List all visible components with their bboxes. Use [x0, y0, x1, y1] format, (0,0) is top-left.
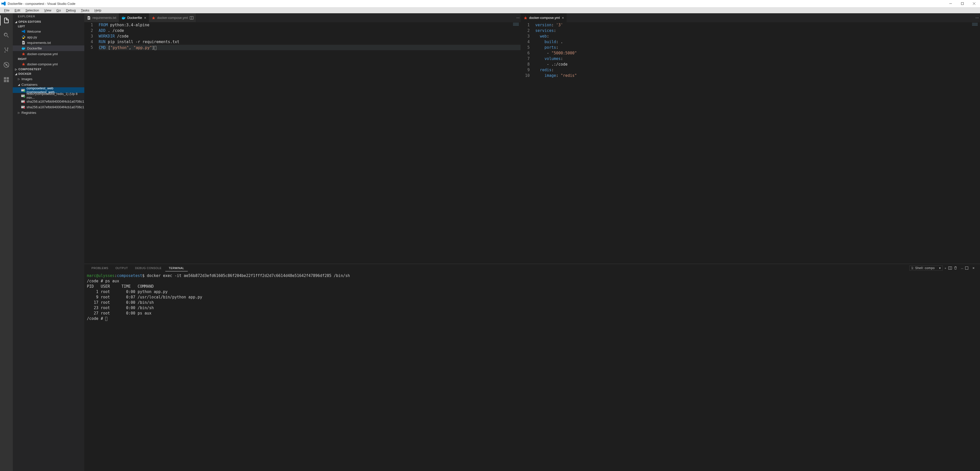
editor-tab[interactable]: docker-compose.yml [149, 13, 196, 22]
terminal-selector-label: 1: Shell: compo [911, 266, 935, 270]
editor-more-icon[interactable]: ⋯ [516, 16, 520, 20]
editor-more-icon[interactable]: ⋯ [975, 16, 979, 20]
docker-container-label: sha256:a187efbb940004f4cb1a0706c1... [27, 100, 87, 103]
open-editor-label: docker-compose.yml [27, 52, 58, 56]
terminal-output[interactable]: marc@ulysses:composetest$ docker exec -i… [84, 272, 980, 471]
vscode-icon [21, 29, 25, 33]
container-icon [21, 88, 25, 92]
editor-tabs-right: docker-compose.yml× ⋯ [521, 13, 980, 22]
docker-container-item[interactable]: sha256:a187efbb940004f4cb1a0706c1... [13, 104, 84, 110]
bottom-panel: PROBLEMSOUTPUTDEBUG CONSOLETERMINAL 1: S… [84, 264, 980, 471]
txt-icon [21, 41, 25, 45]
svg-point-12 [24, 96, 25, 98]
activity-debug[interactable] [0, 60, 13, 70]
section-docker[interactable]: ◢ DOCKER [13, 71, 84, 76]
open-editor-item[interactable]: Dockerfile [13, 46, 84, 51]
terminal-kill-button[interactable] [954, 266, 959, 270]
editor-tab[interactable]: requirements.txt [84, 13, 119, 22]
activity-extensions[interactable] [0, 75, 13, 85]
container-icon [21, 99, 25, 103]
container-icon [21, 105, 25, 109]
docker-icon [122, 16, 126, 20]
svg-point-15 [24, 101, 25, 103]
open-editor-item[interactable]: requirements.txt [13, 40, 84, 46]
menu-file[interactable]: File [2, 8, 12, 13]
svg-rect-3 [22, 48, 22, 48]
docker-container-label: sha256:a187efbb940004f4cb1a0706c1... [27, 105, 87, 109]
window-titlebar: Dockerfile - composetest - Visual Studio… [0, 0, 980, 7]
open-editor-item[interactable]: Welcome [13, 29, 84, 34]
svg-rect-8 [21, 89, 25, 90]
section-open-editors-label: OPEN EDITORS [18, 20, 41, 23]
sidebar-title: EXPLORER [13, 13, 84, 19]
section-folder[interactable]: ▷ COMPOSETEST [13, 67, 84, 71]
panel-chevron-up-icon[interactable]: ︿ [959, 266, 965, 270]
menu-help[interactable]: Help [92, 8, 104, 13]
menu-debug[interactable]: Debug [64, 8, 78, 13]
compose-icon [523, 16, 528, 20]
panel-tab-terminal[interactable]: TERMINAL [165, 265, 188, 271]
panel-close-button[interactable]: ✕ [971, 266, 977, 270]
compose-icon [21, 52, 25, 56]
terminal-selector[interactable]: 1: Shell: compo ▾ [910, 265, 943, 271]
panel-tab-problems[interactable]: PROBLEMS [88, 265, 112, 271]
docker-node-registries[interactable]: ▷Registries [13, 110, 84, 116]
open-editor-label: Dockerfile [27, 46, 42, 50]
container-icon [21, 94, 25, 98]
editor-tab[interactable]: Dockerfile× [119, 13, 149, 22]
compose-icon [151, 16, 156, 20]
close-icon[interactable]: × [562, 16, 564, 20]
window-close-button[interactable] [968, 0, 980, 7]
menu-view[interactable]: View [41, 8, 54, 13]
window-minimize-button[interactable] [945, 0, 956, 7]
menu-edit[interactable]: Edit [12, 8, 23, 13]
compose-icon [21, 62, 25, 66]
docker-container-item[interactable]: sha256:a187efbb940004f4cb1a0706c1... [13, 98, 84, 104]
chevron-down-icon: ◢ [18, 83, 21, 86]
docker-node-images[interactable]: ▷Images [13, 76, 84, 82]
activity-search[interactable] [0, 30, 13, 40]
svg-rect-20 [123, 17, 123, 17]
panel-tabs: PROBLEMSOUTPUTDEBUG CONSOLETERMINAL 1: S… [84, 264, 980, 272]
menu-selection[interactable]: Selection [23, 8, 41, 13]
open-editor-label: docker-compose.yml [27, 62, 58, 66]
panel-maximize-button[interactable] [965, 266, 971, 270]
window-title: Dockerfile - composetest - Visual Studio… [8, 2, 75, 6]
open-editor-item[interactable]: app.py [13, 34, 84, 40]
panel-tab-debug-console[interactable]: DEBUG CONSOLE [132, 265, 165, 271]
svg-rect-19 [122, 17, 123, 17]
svg-rect-5 [24, 48, 24, 48]
section-folder-label: COMPOSETEST [18, 68, 41, 71]
chevron-right-icon: ▷ [14, 68, 18, 71]
open-editor-item[interactable]: docker-compose.yml [13, 51, 84, 57]
menu-tasks[interactable]: Tasks [78, 8, 92, 13]
terminal-new-button[interactable]: ＋ [943, 266, 948, 270]
close-icon[interactable]: × [144, 16, 146, 20]
menu-go[interactable]: Go [54, 8, 64, 13]
svg-rect-14 [21, 100, 25, 101]
open-editor-item[interactable]: docker-compose.yml [13, 61, 84, 67]
svg-point-2 [6, 64, 7, 66]
py-icon [21, 35, 25, 39]
minimap-icon [972, 23, 979, 26]
chevron-right-icon: ▷ [18, 78, 21, 81]
docker-icon [21, 46, 25, 50]
section-open-editors[interactable]: ◢ OPEN EDITORS [13, 19, 84, 24]
vscode-icon [1, 1, 6, 6]
svg-rect-27 [966, 267, 968, 270]
panel-tab-output[interactable]: OUTPUT [112, 265, 132, 271]
terminal-split-button[interactable] [948, 266, 954, 270]
editor-tab[interactable]: docker-compose.yml× [521, 13, 566, 22]
editor-tab-label: docker-compose.yml [529, 16, 560, 20]
sidebar: EXPLORER ◢ OPEN EDITORS LEFTWelcomeapp.p… [13, 13, 84, 471]
window-maximize-button[interactable] [956, 0, 968, 7]
activity-scm[interactable] [0, 45, 13, 55]
svg-rect-17 [21, 106, 25, 106]
docker-container-label: redis (composetest_redis_1) (Up 8 min... [27, 92, 83, 100]
editor-tab-label: docker-compose.yml [157, 16, 188, 20]
editor-tab-label: Dockerfile [127, 16, 142, 20]
editor-tabs-left: requirements.txtDockerfile×docker-compos… [84, 13, 521, 22]
activity-explorer[interactable] [0, 15, 13, 25]
split-editor-icon[interactable] [190, 16, 193, 19]
docker-container-item[interactable]: redis (composetest_redis_1) (Up 8 min... [13, 93, 84, 98]
